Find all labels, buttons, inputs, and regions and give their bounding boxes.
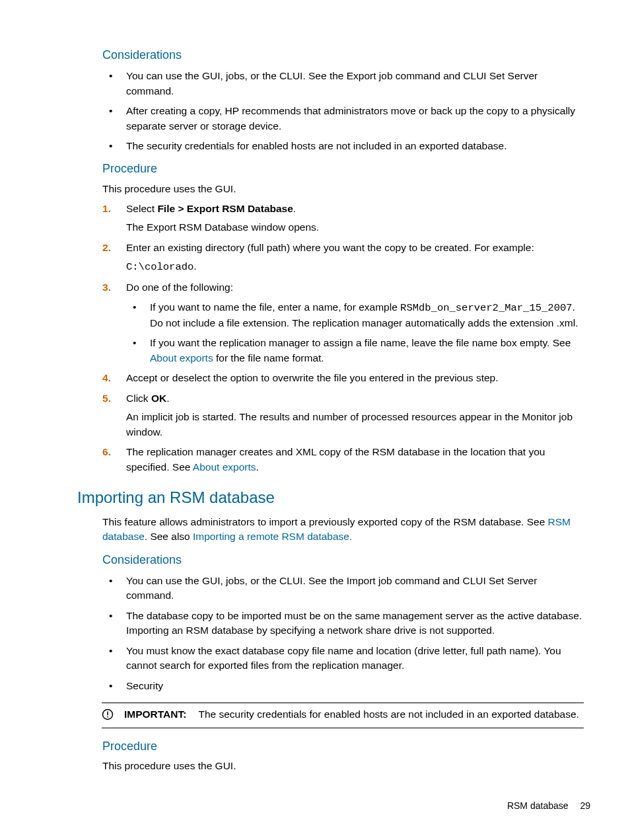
list-item: The security credentials for enabled hos… [102, 139, 584, 153]
step-1: Select File > Export RSM Database. The E… [102, 202, 584, 235]
step-text: Click [126, 393, 151, 404]
about-exports-link[interactable]: About exports [150, 352, 213, 363]
step-text: . [256, 461, 258, 473]
option-text: If you want the replication manager to a… [150, 337, 571, 348]
about-exports-link[interactable]: About exports [193, 461, 256, 473]
step-result: The Export RSM Database window opens. [126, 220, 584, 235]
list-item: You can use the GUI, jobs, or the CLUI. … [102, 69, 584, 98]
importing-intro: This feature allows administrators to im… [102, 515, 584, 545]
list-item: If you want to name the file, enter a na… [126, 300, 584, 330]
svg-rect-1 [107, 712, 108, 716]
ok-label: OK [151, 393, 166, 404]
step-3-options: If you want to name the file, enter a na… [126, 300, 584, 365]
important-text: The security credentials for enabled hos… [198, 708, 578, 720]
importing-heading: Importing an RSM database [77, 486, 584, 510]
procedure-intro-1: This procedure uses the GUI. [102, 182, 584, 196]
step-code-line: C:\colorado. [126, 259, 584, 274]
step-6: The replication manager creates and XML … [102, 445, 584, 475]
callout-body: IMPORTANT:The security credentials for e… [124, 707, 584, 722]
step-2: Enter an existing directory (full path) … [102, 241, 584, 275]
intro-text: This feature allows administrators to im… [102, 516, 548, 527]
importing-remote-link[interactable]: Importing a remote RSM database. [193, 531, 352, 542]
considerations-heading-1: Considerations [102, 46, 584, 63]
list-item: You can use the GUI, jobs, or the CLUI. … [102, 574, 584, 603]
path-code: C:\colorado [126, 261, 193, 273]
step-text: The replication manager creates and XML … [126, 446, 545, 472]
list-item: After creating a copy, HP recommends tha… [102, 104, 584, 134]
considerations-list-2: You can use the GUI, jobs, or the CLUI. … [102, 574, 584, 693]
step-result: An implicit job is started. The results … [126, 410, 584, 439]
footer-title: RSM database [507, 800, 569, 811]
list-item: If you want the replication manager to a… [126, 336, 584, 365]
procedure-steps-1: Select File > Export RSM Database. The E… [102, 202, 584, 475]
menu-path: File > Export RSM Database [157, 203, 293, 214]
list-item: Security [102, 679, 584, 693]
procedure-heading-1: Procedure [102, 160, 584, 177]
step-4: Accept or deselect the option to overwri… [102, 371, 584, 385]
step-text: . [293, 203, 296, 214]
considerations-list-1: You can use the GUI, jobs, or the CLUI. … [102, 69, 584, 153]
page-footer: RSM database 29 [507, 799, 590, 812]
list-item: The database copy to be imported must be… [102, 609, 584, 638]
procedure-intro-2: This procedure uses the GUI. [102, 759, 584, 773]
option-text: If you want to name the file, enter a na… [150, 301, 400, 313]
page-number: 29 [580, 800, 590, 811]
step-text: Enter an existing directory (full path) … [126, 242, 534, 253]
step-text: Do one of the following: [126, 282, 233, 293]
step-text: . [166, 393, 169, 404]
filename-code: RSMdb_on_server2_Mar_15_2007 [400, 302, 572, 314]
important-callout: IMPORTANT:The security credentials for e… [102, 703, 584, 728]
list-item: You must know the exact database copy fi… [102, 644, 584, 673]
option-text: for the file name format. [213, 352, 324, 363]
page: Considerations You can use the GUI, jobs… [0, 0, 630, 840]
important-icon [102, 708, 114, 720]
step-5: Click OK. An implicit job is started. Th… [102, 391, 584, 439]
important-label: IMPORTANT: [124, 708, 186, 720]
step-text: Select [126, 203, 157, 214]
step-3: Do one of the following: If you want to … [102, 280, 584, 365]
step-text: . [193, 260, 196, 272]
procedure-heading-2: Procedure [102, 738, 584, 755]
considerations-heading-2: Considerations [102, 551, 584, 568]
intro-text: . See also [145, 531, 193, 542]
content-area: Considerations You can use the GUI, jobs… [102, 46, 584, 773]
svg-rect-2 [107, 716, 108, 718]
